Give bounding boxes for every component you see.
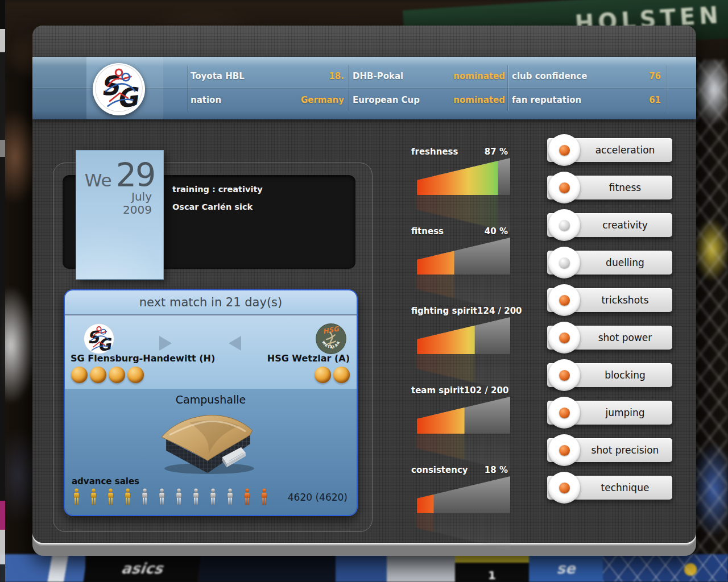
spectator-icon xyxy=(140,488,149,505)
photo-edge-strip xyxy=(0,0,5,582)
window-top-strip xyxy=(32,26,696,57)
stat-label-row: fighting spirit124 / 200 xyxy=(411,306,508,316)
orange-ball-icon xyxy=(559,408,570,418)
orange-ball-icon xyxy=(559,370,570,381)
header-value: 76 xyxy=(536,71,661,81)
stat-value: 40 % xyxy=(485,226,508,236)
header-value: 61 xyxy=(536,95,661,105)
header-value: nominated xyxy=(380,71,505,81)
spectator-icon xyxy=(72,488,81,505)
stat-label-row: team spirit102 / 200 xyxy=(411,385,508,396)
stat-bar xyxy=(417,396,510,434)
training-button-technique[interactable]: technique xyxy=(547,476,672,500)
spectator-icon xyxy=(192,488,200,505)
training-button-shot-precision[interactable]: shot precision xyxy=(547,438,672,462)
stat-label: team spirit xyxy=(411,385,464,396)
orange-ball-icon xyxy=(559,483,570,493)
training-button-creativity[interactable]: creativity xyxy=(547,213,672,237)
stat-bar-graphic xyxy=(417,513,510,551)
ball-socket xyxy=(548,397,580,429)
away-team-logo: HSGWETZLAR xyxy=(315,323,347,355)
stat-bar-graphic xyxy=(417,237,510,275)
ad-board-net xyxy=(603,554,728,582)
training-button-acceleration[interactable]: acceleration xyxy=(547,138,672,162)
stat-bar-graphic xyxy=(417,396,510,434)
home-team-logo: SG xyxy=(83,323,115,355)
handball-icon xyxy=(71,367,88,383)
next-match-title: next match in 21 day(s) xyxy=(65,290,357,315)
ball-socket xyxy=(548,434,580,466)
venue-name: Campushalle xyxy=(65,393,357,406)
ball-socket xyxy=(548,209,580,241)
white-ball-icon xyxy=(559,220,570,231)
away-strength-balls xyxy=(315,367,350,383)
stat-bar-graphic xyxy=(417,476,510,513)
news-line: Oscar Carlén sick xyxy=(172,198,355,216)
photo-left-strip xyxy=(0,80,36,563)
match-teams-strip: SG HSGWETZLAR SG Flensburg-Handewitt (H)… xyxy=(65,315,357,389)
handball-icon xyxy=(315,367,331,383)
training-button-jumping[interactable]: jumping xyxy=(547,401,672,425)
spectator-icon xyxy=(106,488,115,505)
handball-icon xyxy=(333,367,350,383)
header-value: 18. xyxy=(219,71,344,81)
stat-bar xyxy=(417,237,510,275)
club-logo-badge: SG xyxy=(93,63,145,115)
ad-boards: asics 1 se xyxy=(0,554,728,582)
home-strength-balls xyxy=(71,367,144,383)
sg-flensburg-logo: SG xyxy=(83,323,115,355)
calendar-date: We 29 xyxy=(76,151,163,190)
header-value: Germany xyxy=(219,95,344,105)
away-team-name: HSG Wetzlar (A) xyxy=(267,353,350,364)
header-divider xyxy=(667,65,667,111)
ad-board-asics: asics xyxy=(84,554,201,582)
photo-right-strip xyxy=(692,60,728,560)
handball-icon xyxy=(127,367,144,383)
white-ball-icon xyxy=(559,257,570,268)
arrow-left-icon[interactable] xyxy=(229,336,241,351)
home-team-name: SG Flensburg-Handewitt (H) xyxy=(71,353,215,364)
training-button-label: creativity xyxy=(582,213,668,237)
handball-icon xyxy=(109,367,125,383)
calendar-year: 2009 xyxy=(76,203,163,216)
stat-label: consistency xyxy=(411,465,468,475)
hsg-wetzlar-logo: HSGWETZLAR xyxy=(315,323,347,355)
stat-value: 102 / 200 xyxy=(464,385,509,396)
training-button-shot-power[interactable]: shot power xyxy=(547,326,672,350)
ball-socket xyxy=(548,172,580,203)
ad-board-number: 1 xyxy=(455,554,529,582)
stat-label: fighting spirit xyxy=(411,306,477,316)
training-button-blocking[interactable]: blocking xyxy=(547,363,672,387)
calendar-card: We 29 July 2009 xyxy=(76,150,164,280)
training-button-trickshots[interactable]: trickshots xyxy=(547,288,672,312)
stat-value: 124 / 200 xyxy=(477,306,522,316)
app-window: Toyota HBL18.DHB-Pokalnominatedclub conf… xyxy=(32,26,696,543)
ball-socket xyxy=(548,284,580,316)
orange-ball-icon xyxy=(559,145,570,156)
spectator-icon xyxy=(226,488,234,505)
spectator-icon xyxy=(209,488,217,505)
training-button-duelling[interactable]: duelling xyxy=(547,251,672,275)
next-match-panel: next match in 21 day(s) SG HSGWETZLAR SG… xyxy=(64,289,358,516)
stat-bar-graphic xyxy=(417,157,510,195)
ticket-count: 4620 (4620) xyxy=(288,492,348,503)
training-button-label: fitness xyxy=(582,176,668,199)
header-divider xyxy=(188,65,188,111)
stat-bar xyxy=(417,317,510,354)
handball-icon xyxy=(90,367,106,383)
ad-board xyxy=(336,554,387,582)
header-value: nominated xyxy=(380,95,505,105)
spectator-icon xyxy=(243,488,251,505)
spectator-icon xyxy=(175,488,183,505)
venue-section: Campushalle advance sales 4620 (4620) xyxy=(65,389,357,515)
advance-sales-label: advance sales xyxy=(72,476,139,487)
training-button-label: shot power xyxy=(582,326,668,350)
spectator-icon xyxy=(260,488,268,505)
orange-ball-icon xyxy=(559,295,570,306)
ball-socket xyxy=(548,322,580,354)
sg-flensburg-logo: SG xyxy=(94,63,144,113)
training-button-fitness[interactable]: fitness xyxy=(547,176,672,199)
calendar-weekday: We xyxy=(85,170,112,190)
training-button-label: blocking xyxy=(582,363,668,387)
arrow-right-icon[interactable] xyxy=(159,336,172,351)
